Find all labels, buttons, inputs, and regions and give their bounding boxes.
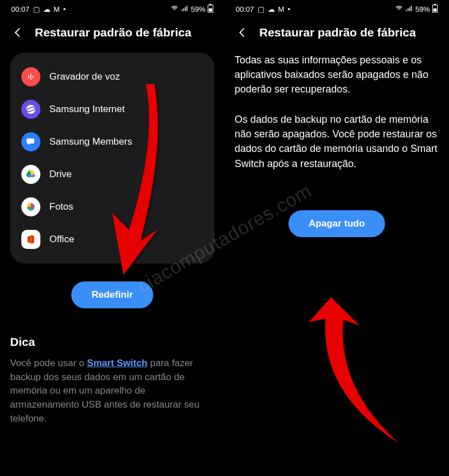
warning-para-1: Todas as suas informações pessoais e os … <box>235 53 439 96</box>
status-bar: 00:07 ▢ ☁ M • 59% <box>235 0 439 16</box>
app-row-fotos: Fotos <box>18 191 207 223</box>
signal-icon <box>181 4 189 14</box>
svg-rect-3 <box>29 75 30 78</box>
svg-rect-2 <box>209 8 212 12</box>
status-left: 00:07 ▢ ☁ M • <box>236 5 290 13</box>
wifi-icon <box>171 4 178 14</box>
mail-icon: M <box>278 5 285 13</box>
voice-recorder-icon <box>21 67 40 86</box>
samsung-members-icon <box>21 132 40 151</box>
app-label: Samsung Internet <box>49 104 125 115</box>
dots-icon: • <box>287 5 290 13</box>
samsung-internet-icon <box>21 100 40 119</box>
battery-text: 59% <box>415 5 430 13</box>
page-header: Restaurar padrão de fábrica <box>235 16 439 53</box>
tip-title: Dica <box>10 335 214 349</box>
app-label: Fotos <box>49 201 74 212</box>
cloud-icon: ☁ <box>43 5 51 13</box>
dots-icon: • <box>63 5 66 13</box>
wifi-icon <box>395 4 403 14</box>
battery-icon <box>208 4 213 15</box>
tip-text: Você pode usar o Smart Switch para fazer… <box>10 357 214 426</box>
gallery-icon: ▢ <box>33 5 40 13</box>
phone-left: 00:07 ▢ ☁ M • 59% Restaurar padrão de fá… <box>0 0 224 476</box>
status-right: 59% <box>395 4 438 15</box>
back-icon[interactable] <box>10 25 26 40</box>
app-row-gravador: Gravador de voz <box>18 61 207 93</box>
status-right: 59% <box>171 4 213 15</box>
google-drive-icon <box>21 165 40 184</box>
battery-icon <box>432 4 438 15</box>
phone-right: 00:07 ▢ ☁ M • 59% Restaurar padrão de fá… <box>224 0 449 476</box>
tip-before: Você pode usar o <box>10 358 87 368</box>
status-time: 00:07 <box>11 5 30 13</box>
mail-icon: M <box>54 5 60 13</box>
app-row-members: Samsung Members <box>18 126 207 158</box>
app-label: Office <box>49 234 74 245</box>
battery-text: 59% <box>191 5 205 13</box>
google-photos-icon <box>21 197 40 216</box>
svg-rect-5 <box>33 76 34 78</box>
back-icon[interactable] <box>235 25 250 40</box>
svg-rect-4 <box>30 74 31 80</box>
page-title: Restaurar padrão de fábrica <box>259 26 416 39</box>
status-bar: 00:07 ▢ ☁ M • 59% <box>10 0 214 16</box>
status-time: 00:07 <box>236 5 254 13</box>
app-row-drive: Drive <box>18 158 207 191</box>
signal-icon <box>405 4 413 14</box>
page-header: Restaurar padrão de fábrica <box>10 16 214 53</box>
erase-all-button[interactable]: Apagar tudo <box>288 210 385 237</box>
app-row-office: Office <box>18 223 207 256</box>
status-left: 00:07 ▢ ☁ M • <box>11 5 66 13</box>
app-label: Samsung Members <box>49 136 132 147</box>
warning-para-2: Os dados de backup no cartão de memória … <box>235 112 439 170</box>
smart-switch-link[interactable]: Smart Switch <box>87 358 148 368</box>
reset-button[interactable]: Redefinir <box>71 281 153 308</box>
page-title: Restaurar padrão de fábrica <box>35 26 191 39</box>
app-label: Gravador de voz <box>49 71 120 82</box>
ms-office-icon <box>21 230 40 249</box>
red-arrow-up-icon <box>297 269 421 460</box>
apps-card: Gravador de voz Samsung Internet Samsung… <box>10 53 214 264</box>
app-label: Drive <box>49 169 72 180</box>
cloud-icon: ☁ <box>268 5 275 13</box>
svg-rect-10 <box>433 8 437 12</box>
app-row-internet: Samsung Internet <box>18 93 207 126</box>
gallery-icon: ▢ <box>258 5 264 13</box>
